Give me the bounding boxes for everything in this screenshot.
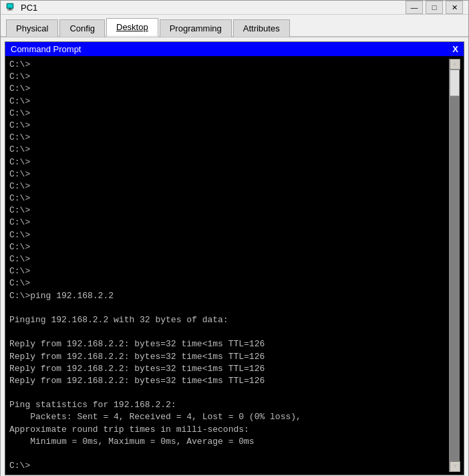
tab-attributes[interactable]: Attributes (233, 19, 290, 37)
scrollbar-track[interactable] (450, 70, 460, 461)
close-button[interactable]: ✕ (446, 1, 463, 14)
pc-icon (6, 2, 17, 13)
minimize-button[interactable]: — (406, 1, 423, 14)
svg-rect-2 (9, 9, 11, 10)
title-bar: PC1 — □ ✕ (1, 1, 468, 15)
main-window: PC1 — □ ✕ Physical Config Desktop Progra… (0, 0, 469, 476)
svg-rect-3 (7, 10, 13, 11)
title-bar-left: PC1 (6, 2, 37, 13)
cmd-close-button[interactable]: X (452, 44, 458, 54)
cmd-title-bar: Command Prompt X (5, 42, 464, 56)
svg-rect-1 (7, 4, 13, 8)
tab-desktop[interactable]: Desktop (106, 18, 158, 37)
scrollbar-arrow-up[interactable]: ▲ (450, 59, 460, 70)
scrollbar-arrow-down[interactable]: ▼ (450, 461, 460, 472)
tab-programming[interactable]: Programming (160, 19, 232, 37)
maximize-button[interactable]: □ (426, 1, 443, 14)
cmd-scrollbar[interactable]: ▲ ▼ (449, 59, 460, 472)
tab-physical[interactable]: Physical (6, 19, 58, 37)
window-title: PC1 (21, 3, 37, 13)
content-area: Command Prompt X C:\> C:\> C:\> C:\> C:\… (1, 37, 468, 476)
tab-config[interactable]: Config (59, 19, 105, 37)
tabs-bar: Physical Config Desktop Programming Attr… (1, 15, 468, 37)
title-bar-controls: — □ ✕ (406, 1, 463, 14)
cmd-body[interactable]: C:\> C:\> C:\> C:\> C:\> C:\> C:\> C:\> … (5, 56, 464, 475)
cmd-title: Command Prompt (11, 44, 81, 54)
cmd-output: C:\> C:\> C:\> C:\> C:\> C:\> C:\> C:\> … (9, 59, 449, 472)
scrollbar-thumb[interactable] (450, 70, 460, 96)
command-prompt-window: Command Prompt X C:\> C:\> C:\> C:\> C:\… (5, 41, 464, 475)
